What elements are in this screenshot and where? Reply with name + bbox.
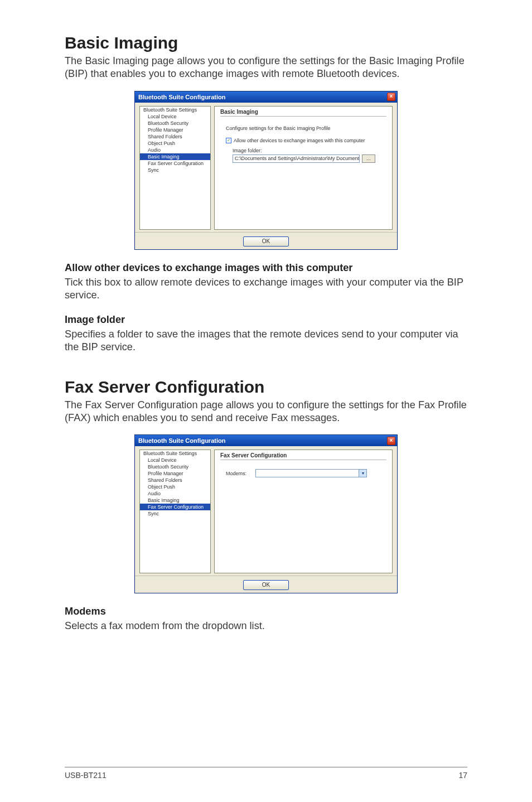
- image-folder-label: Image folder:: [233, 148, 386, 153]
- dialog-titlebar: Bluetooth Suite Configuration ×: [135, 435, 397, 446]
- settings-tree: Bluetooth Suite Settings Local Device Bl…: [139, 106, 211, 230]
- settings-tree: Bluetooth Suite Settings Local Device Bl…: [139, 450, 211, 573]
- tree-item-basic-imaging[interactable]: Basic Imaging: [140, 153, 210, 160]
- close-icon[interactable]: ×: [387, 437, 395, 445]
- tree-item-profile-manager[interactable]: Profile Manager: [140, 470, 210, 477]
- tree-item-basic-imaging[interactable]: Basic Imaging: [140, 497, 210, 504]
- panel-description: Configure settings for the Basic Imaging…: [226, 125, 386, 131]
- footer-model: USB-BT211: [65, 771, 107, 780]
- sub-heading-modems: Modems: [65, 606, 467, 617]
- allow-exchange-checkbox[interactable]: ✓: [226, 138, 231, 143]
- tree-item-sync[interactable]: Sync: [140, 510, 210, 517]
- image-folder-input[interactable]: C:\Documents and Settings\Administrator\…: [233, 154, 360, 163]
- dialog-basic-imaging: Bluetooth Suite Configuration × Bluetoot…: [134, 91, 398, 250]
- tree-item-bluetooth-security[interactable]: Bluetooth Security: [140, 120, 210, 127]
- sub-heading-image-folder: Image folder: [65, 314, 467, 326]
- paragraph-allow-exchange: Tick this box to allow remote devices to…: [65, 276, 467, 302]
- modems-dropdown[interactable]: ▾: [255, 469, 367, 477]
- paragraph-image-folder: Specifies a folder to save the images th…: [65, 328, 467, 354]
- tree-item-suite-settings[interactable]: Bluetooth Suite Settings: [140, 450, 210, 457]
- page-footer: USB-BT211 17: [65, 767, 467, 780]
- panel-title: Fax Server Configuration: [220, 452, 386, 458]
- settings-panel: Basic Imaging Configure settings for the…: [214, 106, 393, 230]
- dialog-fax-server: Bluetooth Suite Configuration × Bluetoot…: [134, 434, 398, 593]
- tree-item-audio[interactable]: Audio: [140, 490, 210, 497]
- tree-item-fax-server[interactable]: Fax Server Configuration: [140, 504, 210, 510]
- tree-item-fax-server[interactable]: Fax Server Configuration: [140, 160, 210, 167]
- tree-item-sync[interactable]: Sync: [140, 167, 210, 173]
- tree-item-shared-folders[interactable]: Shared Folders: [140, 133, 210, 140]
- tree-item-local-device[interactable]: Local Device: [140, 113, 210, 120]
- close-icon[interactable]: ×: [387, 93, 395, 101]
- tree-item-bluetooth-security[interactable]: Bluetooth Security: [140, 463, 210, 470]
- section1-intro: The Basic Imaging page allows you to con…: [65, 55, 467, 81]
- tree-item-object-push[interactable]: Object Push: [140, 484, 210, 490]
- paragraph-modems: Selects a fax modem from the dropdown li…: [65, 620, 467, 632]
- section1-title: Basic Imaging: [65, 33, 467, 52]
- ok-button[interactable]: OK: [243, 580, 289, 590]
- panel-divider: [220, 116, 386, 117]
- ok-button[interactable]: OK: [243, 236, 289, 247]
- tree-item-suite-settings[interactable]: Bluetooth Suite Settings: [140, 107, 210, 113]
- tree-item-object-push[interactable]: Object Push: [140, 140, 210, 147]
- tree-item-shared-folders[interactable]: Shared Folders: [140, 477, 210, 484]
- dialog-title-text: Bluetooth Suite Configuration: [138, 437, 225, 444]
- panel-divider: [220, 460, 386, 460]
- chevron-down-icon: ▾: [359, 470, 366, 477]
- browse-button[interactable]: ...: [362, 154, 375, 163]
- tree-item-profile-manager[interactable]: Profile Manager: [140, 127, 210, 133]
- dialog-title-text: Bluetooth Suite Configuration: [138, 94, 225, 100]
- section2-title: Fax Server Configuration: [65, 378, 467, 397]
- modems-label: Modems:: [226, 471, 246, 476]
- dialog-titlebar: Bluetooth Suite Configuration ×: [135, 91, 397, 103]
- panel-title: Basic Imaging: [220, 109, 386, 115]
- sub-heading-allow-exchange: Allow other devices to exchange images w…: [65, 262, 467, 274]
- settings-panel: Fax Server Configuration Modems: ▾: [214, 450, 393, 573]
- allow-exchange-label: Allow other devices to exchange images w…: [234, 138, 365, 143]
- footer-page-number: 17: [458, 771, 467, 780]
- tree-item-local-device[interactable]: Local Device: [140, 457, 210, 463]
- tree-item-audio[interactable]: Audio: [140, 147, 210, 153]
- section2-intro: The Fax Server Configuration page allows…: [65, 399, 467, 425]
